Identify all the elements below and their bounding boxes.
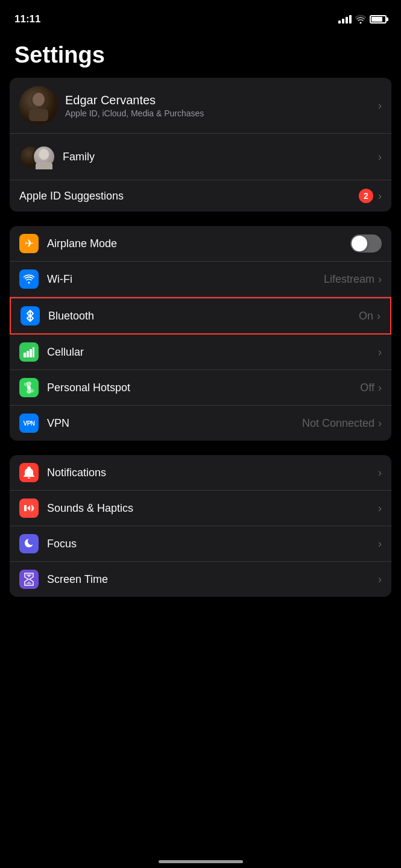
svg-rect-3 <box>29 109 48 121</box>
home-indicator <box>159 860 243 863</box>
bluetooth-value: On <box>359 310 373 322</box>
sounds-haptics-chevron: › <box>378 502 382 515</box>
svg-point-2 <box>33 93 45 106</box>
focus-icon <box>19 534 39 553</box>
status-icons <box>338 15 387 24</box>
vpn-value: Not Connected <box>302 417 374 430</box>
personal-hotspot-value: Off <box>360 382 374 394</box>
profile-info: Edgar Cervantes Apple ID, iCloud, Media … <box>58 93 378 118</box>
profile-subtitle: Apple ID, iCloud, Media & Purchases <box>65 108 371 118</box>
screen-time-icon <box>19 570 39 589</box>
wifi-value: Lifestream <box>324 273 374 286</box>
bluetooth-row[interactable]: Bluetooth On › <box>10 297 391 335</box>
svg-marker-12 <box>27 505 30 511</box>
cellular-row[interactable]: Cellular › <box>10 335 391 370</box>
cellular-icon <box>19 342 39 362</box>
signal-icon <box>338 15 352 24</box>
svg-rect-9 <box>33 347 34 357</box>
svg-point-4 <box>39 149 49 160</box>
vpn-row[interactable]: VPN VPN Not Connected › <box>10 406 391 441</box>
page-title: Settings <box>0 30 401 78</box>
wifi-chevron: › <box>378 273 382 286</box>
notifications-section: Notifications › Sounds & Haptics › Focus… <box>10 455 391 597</box>
apple-id-suggestions-row[interactable]: Apple ID Suggestions 2 › <box>10 180 391 212</box>
screen-time-chevron: › <box>378 573 382 586</box>
bluetooth-label: Bluetooth <box>40 310 359 322</box>
notifications-icon <box>19 463 39 482</box>
suggestions-chevron: › <box>378 190 382 203</box>
cellular-chevron: › <box>378 346 382 359</box>
personal-hotspot-row[interactable]: Personal Hotspot Off › <box>10 370 391 406</box>
battery-icon <box>370 15 387 24</box>
svg-rect-7 <box>27 351 29 357</box>
screen-time-label: Screen Time <box>39 573 378 586</box>
wifi-icon <box>19 269 39 289</box>
wifi-row[interactable]: Wi-Fi Lifestream › <box>10 262 391 297</box>
notifications-label: Notifications <box>39 467 378 479</box>
svg-marker-11 <box>24 505 27 511</box>
notifications-chevron: › <box>378 467 382 479</box>
suggestions-badge: 2 <box>359 189 373 203</box>
bluetooth-chevron: › <box>377 310 380 322</box>
cellular-label: Cellular <box>39 346 378 359</box>
bluetooth-icon <box>21 306 40 326</box>
profile-name: Edgar Cervantes <box>65 93 371 107</box>
status-time: 11:11 <box>14 13 40 25</box>
personal-hotspot-label: Personal Hotspot <box>39 382 360 394</box>
airplane-mode-icon: ✈ <box>19 234 39 253</box>
connectivity-section: ✈ Airplane Mode Wi-Fi Lifestream › Blu <box>10 226 391 441</box>
svg-rect-6 <box>24 353 26 357</box>
profile-section: Edgar Cervantes Apple ID, iCloud, Media … <box>10 78 391 212</box>
avatar <box>19 86 58 125</box>
vpn-label: VPN <box>39 417 302 430</box>
family-avatars <box>19 142 58 171</box>
wifi-status-icon <box>355 15 366 24</box>
vpn-icon: VPN <box>19 414 39 433</box>
focus-chevron: › <box>378 538 382 550</box>
personal-hotspot-icon <box>19 378 39 397</box>
family-chevron: › <box>378 151 382 163</box>
apple-id-suggestions-label: Apple ID Suggestions <box>19 190 359 203</box>
wifi-label: Wi-Fi <box>39 273 324 286</box>
airplane-mode-toggle[interactable] <box>350 234 382 253</box>
profile-row[interactable]: Edgar Cervantes Apple ID, iCloud, Media … <box>10 78 391 134</box>
sounds-haptics-row[interactable]: Sounds & Haptics › <box>10 491 391 526</box>
sounds-haptics-label: Sounds & Haptics <box>39 502 378 515</box>
svg-rect-5 <box>36 162 52 169</box>
airplane-mode-row[interactable]: ✈ Airplane Mode <box>10 226 391 262</box>
status-bar: 11:11 <box>0 0 401 30</box>
family-label: Family <box>58 151 378 163</box>
vpn-chevron: › <box>378 417 382 430</box>
sounds-haptics-icon <box>19 498 39 518</box>
notifications-row[interactable]: Notifications › <box>10 455 391 491</box>
svg-rect-8 <box>30 349 32 357</box>
airplane-mode-label: Airplane Mode <box>39 237 350 250</box>
focus-row[interactable]: Focus › <box>10 526 391 562</box>
personal-hotspot-chevron: › <box>378 382 382 394</box>
family-row[interactable]: Family › <box>10 134 391 180</box>
family-avatar-2 <box>33 145 55 168</box>
screen-time-row[interactable]: Screen Time › <box>10 562 391 597</box>
focus-label: Focus <box>39 538 378 550</box>
profile-chevron: › <box>378 99 382 112</box>
